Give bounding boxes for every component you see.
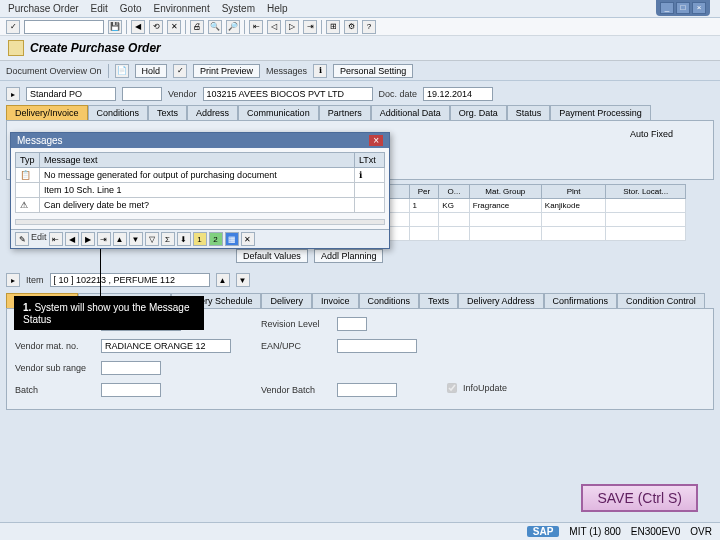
callout-text: System will show you the Message Status — [23, 302, 189, 325]
find-icon[interactable]: 🔍 — [208, 20, 222, 34]
page-title: Create Purchase Order — [30, 41, 161, 55]
vendmat-field[interactable]: RADIANCE ORANGE 12 — [101, 339, 231, 353]
itab-conf[interactable]: Confirmations — [544, 293, 618, 308]
total-icon[interactable]: Σ — [161, 232, 175, 246]
docdate-field[interactable]: 19.12.2014 — [423, 87, 493, 101]
shortcut-icon[interactable]: ⚙ — [344, 20, 358, 34]
layout1-icon[interactable]: 1 — [193, 232, 207, 246]
col-ltxt: LTxt — [355, 153, 385, 168]
sort-asc-icon[interactable]: ▲ — [113, 232, 127, 246]
expand-item-icon[interactable]: ▸ — [6, 273, 20, 287]
scrollbar[interactable] — [15, 219, 385, 225]
addl-planning-button[interactable]: Addl Planning — [314, 249, 384, 263]
save-icon[interactable]: 💾 — [108, 20, 122, 34]
itab-texts[interactable]: Texts — [419, 293, 458, 308]
tab-texts[interactable]: Texts — [148, 105, 187, 120]
findnext-icon[interactable]: 🔎 — [226, 20, 240, 34]
table-row: INR — [347, 213, 686, 227]
sap-logo: SAP — [527, 526, 560, 537]
itab-deliv[interactable]: Delivery — [261, 293, 312, 308]
tab-conditions[interactable]: Conditions — [88, 105, 149, 120]
itab-addr[interactable]: Delivery Address — [458, 293, 544, 308]
message-row: 📋No message generated for output of purc… — [16, 168, 385, 183]
messages-table: TypMessage textLTxt 📋No message generate… — [15, 152, 385, 213]
itab-cond[interactable]: Conditions — [359, 293, 420, 308]
back-icon[interactable]: ◀ — [131, 20, 145, 34]
col-msg: Message text — [40, 153, 355, 168]
info-icon[interactable]: ℹ — [313, 64, 327, 78]
default-values-button[interactable]: Default Values — [236, 249, 308, 263]
enter-icon[interactable]: ✓ — [6, 20, 20, 34]
cancel-icon[interactable]: ✕ — [167, 20, 181, 34]
tab-payment[interactable]: Payment Processing — [550, 105, 651, 120]
nav-prev-icon[interactable]: ◀ — [65, 232, 79, 246]
po-number-field[interactable] — [122, 87, 162, 101]
popup-close-icon[interactable]: × — [369, 135, 383, 146]
filter-icon[interactable]: ▽ — [145, 232, 159, 246]
close-icon[interactable]: × — [692, 2, 706, 14]
prev-item-icon[interactable]: ▲ — [216, 273, 230, 287]
tab-status[interactable]: Status — [507, 105, 551, 120]
batch-field[interactable] — [101, 383, 161, 397]
next-item-icon[interactable]: ▼ — [236, 273, 250, 287]
rev-field[interactable] — [337, 317, 367, 331]
ltxt-icon[interactable]: ℹ — [355, 168, 385, 183]
sort-desc-icon[interactable]: ▼ — [129, 232, 143, 246]
tab-adddata[interactable]: Additional Data — [371, 105, 450, 120]
personal-setting-button[interactable]: Personal Setting — [333, 64, 413, 78]
hold-button[interactable]: Hold — [135, 64, 168, 78]
nav-next-icon[interactable]: ▶ — [81, 232, 95, 246]
menu-env[interactable]: Environment — [154, 3, 210, 14]
doctype-field[interactable]: Standard PO — [26, 87, 116, 101]
tab-comm[interactable]: Communication — [238, 105, 319, 120]
nextpage-icon[interactable]: ▷ — [285, 20, 299, 34]
check-icon[interactable]: ✓ — [173, 64, 187, 78]
firstpage-icon[interactable]: ⇤ — [249, 20, 263, 34]
menu-goto[interactable]: Goto — [120, 3, 142, 14]
menu-edit[interactable]: Edit — [91, 3, 108, 14]
command-field[interactable] — [24, 20, 104, 34]
item-selector[interactable]: [ 10 ] 102213 , PERFUME 112 — [50, 273, 210, 287]
ean-field[interactable] — [337, 339, 417, 353]
save-button[interactable]: SAVE (Ctrl S) — [581, 484, 698, 512]
vendor-field[interactable]: 103215 AVEES BIOCOS PVT LTD — [203, 87, 373, 101]
expand-header-icon[interactable]: ▸ — [6, 87, 20, 101]
vendsub-field[interactable] — [101, 361, 161, 375]
print-icon[interactable]: 🖨 — [190, 20, 204, 34]
layout-save-icon[interactable]: ▦ — [225, 232, 239, 246]
itab-inv[interactable]: Invoice — [312, 293, 359, 308]
help-icon[interactable]: ? — [362, 20, 376, 34]
maximize-icon[interactable]: □ — [676, 2, 690, 14]
print-preview-button[interactable]: Print Preview — [193, 64, 260, 78]
docdate-label: Doc. date — [379, 89, 418, 99]
vbatch-field[interactable] — [337, 383, 397, 397]
create-icon[interactable]: 📄 — [115, 64, 129, 78]
header-tabs: Delivery/Invoice Conditions Texts Addres… — [6, 105, 714, 120]
exit-icon[interactable]: ⟲ — [149, 20, 163, 34]
newsession-icon[interactable]: ⊞ — [326, 20, 340, 34]
messages-button[interactable]: Messages — [266, 66, 307, 76]
itab-cctrl[interactable]: Condition Control — [617, 293, 705, 308]
minimize-icon[interactable]: _ — [660, 2, 674, 14]
status-client: EN300EV0 — [631, 526, 680, 537]
menu-system[interactable]: System — [222, 3, 255, 14]
edit-icon[interactable]: ✎ — [15, 232, 29, 246]
popup-title: Messages — [17, 135, 63, 146]
doc-overview-button[interactable]: Document Overview On — [6, 66, 102, 76]
tab-orgdata[interactable]: Org. Data — [450, 105, 507, 120]
lastpage-icon[interactable]: ⇥ — [303, 20, 317, 34]
tab-address[interactable]: Address — [187, 105, 238, 120]
menu-po[interactable]: Purchase Order — [8, 3, 79, 14]
tab-partners[interactable]: Partners — [319, 105, 371, 120]
menu-help[interactable]: Help — [267, 3, 288, 14]
nav-first-icon[interactable]: ⇤ — [49, 232, 63, 246]
layout2-icon[interactable]: 2 — [209, 232, 223, 246]
nav-last-icon[interactable]: ⇥ — [97, 232, 111, 246]
export-icon[interactable]: ⬇ — [177, 232, 191, 246]
tab-delivery[interactable]: Delivery/Invoice — [6, 105, 88, 120]
prevpage-icon[interactable]: ◁ — [267, 20, 281, 34]
item-grid[interactable]: Qu... Per O... Mat. Group Plnt Stor. Loc… — [346, 184, 686, 241]
close-popup-icon[interactable]: ✕ — [241, 232, 255, 246]
status-mode: OVR — [690, 526, 712, 537]
message-row: Item 10 Sch. Line 1 — [16, 183, 385, 198]
